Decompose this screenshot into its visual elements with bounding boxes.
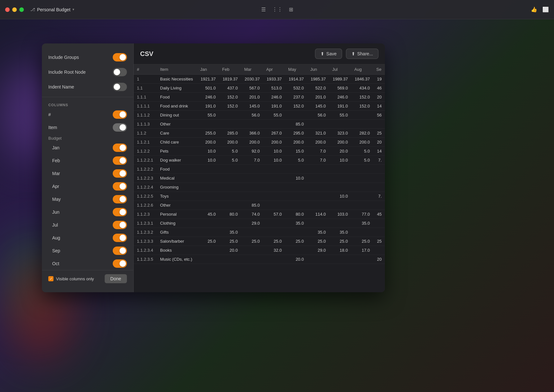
budget-col-toggle-jul[interactable] — [113, 221, 127, 229]
row-item-name: Gifts — [157, 228, 197, 237]
row-value: 152.0 — [219, 93, 241, 102]
row-value — [285, 165, 307, 174]
chevron-down-icon[interactable]: ▾ — [72, 7, 74, 12]
row-value — [351, 174, 373, 183]
row-value: 20 — [373, 255, 385, 264]
row-value: 7. — [373, 156, 385, 165]
row-value: 201.0 — [307, 93, 329, 102]
budget-col-toggle-may[interactable] — [113, 195, 127, 203]
row-number: 1 — [134, 75, 157, 84]
row-value: 10.0 — [197, 147, 219, 156]
budget-col-toggle-jan[interactable] — [113, 144, 127, 152]
row-value — [351, 183, 373, 192]
row-value: 20 — [373, 138, 385, 147]
share-icon[interactable]: 👍 — [531, 6, 537, 13]
share-button[interactable]: ⬆ Share... — [346, 49, 378, 59]
row-number: 1.1.2.2.4 — [134, 183, 157, 192]
include-groups-toggle[interactable] — [113, 53, 127, 61]
budget-col-toggle-aug[interactable] — [113, 234, 127, 242]
row-value: 5.0 — [219, 147, 241, 156]
row-value — [373, 228, 385, 237]
row-value — [241, 228, 263, 237]
row-value: 5.0 — [219, 156, 241, 165]
row-value: 45 — [373, 210, 385, 219]
col-header-jan: Jan — [197, 64, 219, 75]
column-item-row: Item — [42, 121, 133, 134]
budget-col-toggle-oct[interactable] — [113, 259, 127, 268]
row-value — [285, 228, 307, 237]
row-value: 295.0 — [285, 129, 307, 138]
column-item-toggle[interactable] — [113, 123, 127, 132]
row-value: 255.0 — [197, 129, 219, 138]
row-value: 25.0 — [241, 237, 263, 246]
row-value — [373, 201, 385, 210]
row-value: 25 — [373, 237, 385, 246]
include-root-node-toggle[interactable] — [113, 68, 127, 76]
budget-col-toggle-jun[interactable] — [113, 208, 127, 216]
budget-col-toggle-apr[interactable] — [113, 182, 127, 191]
row-value: 74.0 — [241, 210, 263, 219]
close-button[interactable] — [5, 7, 10, 12]
list-icon[interactable]: ☰ — [261, 6, 266, 13]
row-value — [219, 201, 241, 210]
row-value: 200.0 — [263, 138, 285, 147]
row-item-name: Child care — [157, 138, 197, 147]
row-value: 7.0 — [307, 156, 329, 165]
row-value: 20.0 — [219, 246, 241, 255]
row-value: 29.0 — [307, 246, 329, 255]
table-row: 1.1.1.3Other85.0 — [134, 120, 385, 129]
row-value — [197, 246, 219, 255]
save-button[interactable]: ⬆ Save — [315, 49, 342, 59]
row-value: 85.0 — [285, 120, 307, 129]
include-root-node-row: Include Root Node — [42, 65, 133, 79]
row-value — [329, 219, 351, 228]
row-value — [197, 183, 219, 192]
budget-col-label: Jun — [52, 210, 60, 215]
minimize-button[interactable] — [12, 7, 17, 12]
row-value: 191.0 — [329, 102, 351, 111]
visible-columns-checkbox[interactable]: ✓ — [48, 276, 53, 281]
sidebar-toggle-icon[interactable]: ⬜ — [542, 6, 549, 13]
toggle-thumb — [119, 235, 126, 241]
row-number: 1.1.1.1 — [134, 102, 157, 111]
row-number: 1.1.2.2.1 — [134, 156, 157, 165]
row-value: 103.0 — [329, 210, 351, 219]
column-hash-toggle[interactable] — [113, 110, 127, 119]
row-value — [285, 246, 307, 255]
budget-col-label: Feb — [52, 158, 60, 163]
row-value: 1914.37 — [285, 75, 307, 84]
row-value — [241, 165, 263, 174]
more-options-icon[interactable]: ⋮⋮ — [272, 6, 282, 13]
include-root-node-label: Include Root Node — [48, 70, 86, 75]
maximize-button[interactable] — [19, 7, 24, 12]
done-button[interactable]: Done — [105, 274, 127, 283]
row-value — [329, 255, 351, 264]
row-value: 285.0 — [219, 129, 241, 138]
budget-col-toggle-feb[interactable] — [113, 156, 127, 165]
budget-col-toggle-mar[interactable] — [113, 169, 127, 178]
row-value: 56 — [373, 111, 385, 120]
columns-icon[interactable]: ⊞ — [289, 6, 293, 13]
table-container[interactable]: #ItemJanFebMarAprMayJunJulAugSe 1Basic N… — [134, 64, 385, 292]
row-value: 152.0 — [351, 93, 373, 102]
row-value — [351, 165, 373, 174]
row-value — [219, 174, 241, 183]
row-value — [241, 120, 263, 129]
table-row: 1.1.2.3.5Music (CDs, etc.)20.020 — [134, 255, 385, 264]
table-header: #ItemJanFebMarAprMayJunJulAugSe — [134, 64, 385, 75]
row-value: 366.0 — [241, 129, 263, 138]
indent-name-toggle[interactable] — [113, 83, 127, 91]
row-value — [219, 111, 241, 120]
row-value: 92.0 — [241, 147, 263, 156]
row-value: 1921.37 — [197, 75, 219, 84]
row-item-name: Food and drink — [157, 102, 197, 111]
row-value: 25.0 — [219, 237, 241, 246]
csv-title: CSV — [140, 50, 311, 58]
column-hash-label: # — [48, 112, 51, 117]
row-value: 10.0 — [329, 192, 351, 201]
row-value — [263, 174, 285, 183]
row-value — [219, 219, 241, 228]
row-value — [285, 201, 307, 210]
table-row: 1.1.2.3.1Clothing29.035.035.0 — [134, 219, 385, 228]
budget-col-toggle-sep[interactable] — [113, 247, 127, 255]
